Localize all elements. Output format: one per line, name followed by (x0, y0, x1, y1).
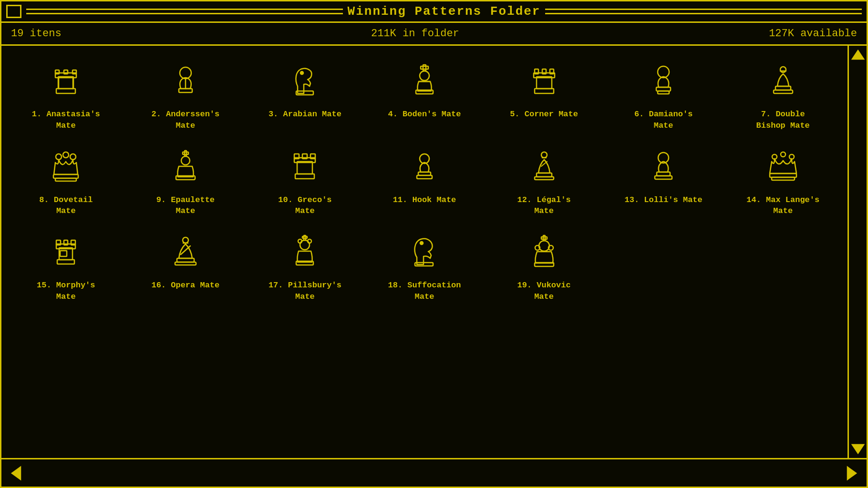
item-corner-mate[interactable]: 5. Corner Mate (484, 55, 604, 125)
item-max-langes-mate[interactable]: 14. Max Lange'sMate (723, 141, 843, 222)
item-suffocation-mate[interactable]: 18. SuffocationMate (365, 226, 485, 307)
item-arabian-mate[interactable]: 3. Arabian Mate (245, 55, 365, 125)
item-damianos-mate[interactable]: 6. Damiano'sMate (604, 55, 723, 136)
opera-mate-label: 16. Opera Mate (151, 280, 219, 291)
svg-point-77 (298, 239, 302, 243)
svg-rect-55 (655, 176, 672, 179)
svg-point-11 (300, 71, 303, 74)
content-area: 1. Anastasia'sMate 2. Anderssen'sMate (1, 46, 847, 458)
epaulette-mate-label: 9. EpauletteMate (156, 194, 215, 217)
item-grecos-mate[interactable]: 10. Greco'sMate (245, 141, 365, 222)
morphys-mate-icon (44, 231, 87, 274)
bodens-mate-label: 4. Boden's Mate (388, 109, 461, 120)
max-langes-mate-label: 14. Max Lange'sMate (746, 194, 819, 217)
svg-point-30 (56, 154, 62, 160)
svg-marker-90 (847, 467, 856, 479)
item-morphys-mate[interactable]: 15. Morphy'sMate (6, 226, 126, 307)
svg-rect-82 (543, 235, 545, 241)
empty-cell-21 (723, 226, 843, 236)
item-dovetail-mate[interactable]: 8. DovetailMate (6, 141, 126, 222)
svg-rect-73 (302, 236, 307, 238)
dovetail-mate-icon (44, 146, 87, 189)
item-epaulette-mate[interactable]: 9. EpauletteMate (126, 141, 246, 222)
svg-point-83 (539, 241, 549, 251)
svg-rect-40 (297, 162, 312, 174)
items-grid: 1. Anastasia'sMate 2. Anderssen'sMate (6, 55, 843, 307)
item-count: 19 itens (11, 28, 62, 40)
title-bar-lines-right (545, 9, 862, 14)
scroll-track-right (849, 65, 867, 439)
item-anastasias-mate[interactable]: 1. Anastasia'sMate (6, 55, 126, 136)
item-pillsburys-mate[interactable]: 17. Pillsbury'sMate (245, 226, 365, 307)
item-double-bishop-mate[interactable]: 7. DoubleBishop Mate (723, 55, 843, 136)
item-opera-mate[interactable]: 16. Opera Mate (126, 226, 246, 296)
item-anderssens-mate[interactable]: 2. Anderssen'sMate (126, 55, 246, 136)
svg-rect-62 (59, 248, 72, 260)
double-bishop-mate-icon (762, 60, 805, 103)
svg-rect-34 (55, 178, 76, 181)
scroll-up-button[interactable] (848, 46, 867, 65)
svg-rect-36 (185, 151, 186, 156)
svg-point-79 (420, 242, 423, 244)
main-area: 1. Anastasia'sMate 2. Anderssen'sMate (1, 46, 867, 458)
grecos-mate-icon (283, 146, 326, 189)
corner-mate-icon (523, 60, 566, 103)
scrollbar-right (847, 46, 867, 458)
grecos-mate-label: 10. Greco'sMate (278, 194, 331, 217)
available-space: 127K available (769, 28, 857, 40)
scroll-track-bottom (35, 459, 833, 487)
anastasias-mate-label: 1. Anastasia'sMate (32, 109, 100, 132)
status-bar: 19 itens 211K in folder 127K available (1, 23, 867, 46)
folder-size: 211K in folder (371, 28, 459, 40)
scroll-left-button[interactable] (6, 463, 30, 484)
item-hook-mate[interactable]: 11. Hook Mate (365, 141, 485, 211)
svg-rect-60 (772, 177, 795, 180)
anastasias-mate-icon (44, 60, 87, 103)
vukovic-mate-icon (523, 231, 566, 274)
svg-rect-67 (60, 251, 67, 256)
svg-marker-88 (852, 445, 864, 453)
pillsburys-mate-label: 17. Pillsbury'sMate (269, 280, 341, 303)
arabian-mate-icon (283, 60, 326, 103)
svg-point-32 (70, 154, 76, 160)
svg-point-57 (781, 152, 785, 157)
svg-rect-81 (541, 237, 547, 239)
svg-point-8 (180, 67, 191, 79)
suffocation-mate-icon (403, 231, 446, 274)
scroll-down-button[interactable] (848, 439, 867, 458)
svg-point-15 (420, 71, 429, 81)
empty-cell-20 (604, 226, 723, 236)
svg-rect-35 (183, 152, 188, 154)
hook-mate-icon (403, 146, 446, 189)
svg-rect-13 (421, 66, 428, 69)
item-vukovic-mate[interactable]: 19. VukovicMate (484, 226, 604, 307)
bottom-bar (1, 458, 867, 487)
legals-mate-label: 12. Légal'sMate (517, 194, 570, 217)
svg-rect-39 (295, 174, 314, 179)
pillsburys-mate-icon (283, 231, 326, 274)
svg-rect-28 (774, 90, 793, 93)
main-window: Winning Patterns Folder 19 itens 211K in… (0, 0, 868, 488)
arabian-mate-label: 3. Arabian Mate (269, 109, 341, 120)
svg-rect-18 (537, 77, 552, 89)
title-bar: Winning Patterns Folder (1, 1, 867, 23)
svg-rect-5 (72, 70, 76, 74)
svg-rect-3 (55, 70, 59, 74)
damianos-mate-label: 6. Damiano'sMate (634, 109, 692, 132)
window-title: Winning Patterns Folder (348, 4, 541, 19)
svg-rect-16 (416, 90, 433, 94)
item-lollis-mate[interactable]: 13. Lolli's Mate (604, 141, 723, 211)
suffocation-mate-label: 18. SuffocationMate (388, 280, 461, 303)
window-box[interactable] (6, 5, 21, 18)
svg-marker-87 (852, 51, 864, 59)
scroll-right-button[interactable] (838, 463, 862, 484)
hook-mate-label: 11. Hook Mate (393, 194, 456, 206)
anderssens-mate-icon (164, 60, 207, 103)
max-langes-mate-icon (762, 146, 805, 189)
item-bodens-mate[interactable]: 4. Boden's Mate (365, 55, 485, 125)
dovetail-mate-label: 8. DovetailMate (39, 194, 93, 217)
anderssens-mate-label: 2. Anderssen'sMate (151, 109, 219, 132)
svg-marker-89 (12, 467, 21, 479)
morphys-mate-label: 15. Morphy'sMate (37, 280, 95, 303)
item-legals-mate[interactable]: 12. Légal'sMate (484, 141, 604, 222)
